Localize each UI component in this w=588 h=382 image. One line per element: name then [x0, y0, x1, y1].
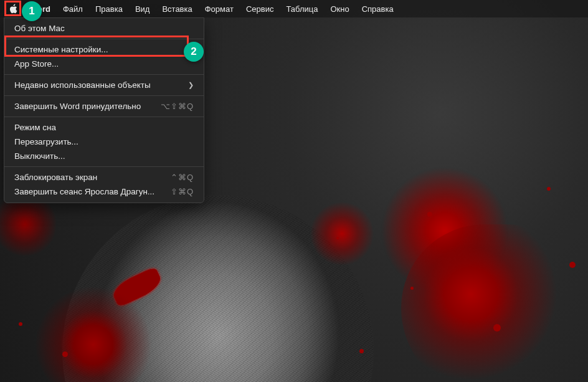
menu-separator [4, 117, 204, 117]
menubar-item-help[interactable]: Справка [356, 0, 400, 17]
menubar-item-insert[interactable]: Вставка [156, 0, 198, 17]
menu-separator [4, 39, 204, 39]
menu-separator [4, 95, 204, 96]
menu-recent-items[interactable]: Недавно использованные объекты ❯ [4, 78, 204, 92]
chevron-right-icon: ❯ [188, 81, 194, 89]
menubar-item-table[interactable]: Таблица [280, 0, 324, 17]
menu-system-settings[interactable]: Системные настройки... [4, 42, 204, 57]
menu-shortcut: ⌥⇧⌘Q [161, 102, 194, 111]
menu-shutdown[interactable]: Выключить... [4, 149, 204, 163]
menubar: Word Файл Правка Вид Вставка Формат Серв… [0, 0, 588, 17]
menu-shortcut: ⌃⌘Q [171, 173, 194, 182]
menu-label: App Store... [14, 59, 59, 69]
menu-app-store[interactable]: App Store... [4, 57, 204, 71]
menu-label: Недавно использованные объекты [14, 80, 151, 90]
menu-sleep[interactable]: Режим сна [4, 120, 204, 135]
menu-label: Выключить... [14, 151, 65, 161]
menu-restart[interactable]: Перезагрузить... [4, 135, 204, 149]
apple-menu-dropdown: Об этом Mac Системные настройки... App S… [4, 17, 204, 203]
menu-lock-screen[interactable]: Заблокировать экран ⌃⌘Q [4, 170, 204, 184]
menu-shortcut: ⇧⌘Q [171, 187, 194, 196]
menu-label: Режим сна [14, 123, 56, 132]
menu-about-mac[interactable]: Об этом Mac [4, 21, 204, 36]
menu-label: Завершить Word принудительно [14, 102, 141, 111]
menu-label: Системные настройки... [14, 45, 108, 54]
menu-label: Завершить сеанс Ярослав Драгун... [14, 187, 154, 196]
menu-separator [4, 166, 204, 167]
menubar-item-window[interactable]: Окно [324, 0, 355, 17]
menu-label: Об этом Mac [14, 24, 65, 33]
menubar-item-file[interactable]: Файл [57, 0, 89, 17]
annotation-badge-2: 2 [184, 42, 204, 62]
menubar-item-edit[interactable]: Правка [89, 0, 129, 17]
menu-label: Заблокировать экран [14, 173, 97, 182]
menubar-item-tools[interactable]: Сервис [240, 0, 280, 17]
menu-logout[interactable]: Завершить сеанс Ярослав Драгун... ⇧⌘Q [4, 184, 204, 199]
menu-separator [4, 74, 204, 75]
menu-force-quit[interactable]: Завершить Word принудительно ⌥⇧⌘Q [4, 99, 204, 113]
annotation-badge-1: 1 [22, 1, 42, 21]
menubar-item-format[interactable]: Формат [199, 0, 240, 17]
menubar-item-view[interactable]: Вид [129, 0, 156, 17]
menu-label: Перезагрузить... [14, 137, 78, 146]
